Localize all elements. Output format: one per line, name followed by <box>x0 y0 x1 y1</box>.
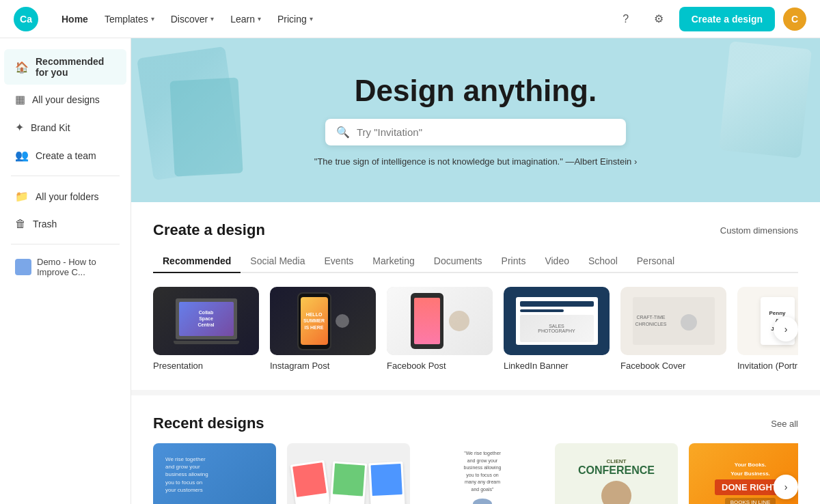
conf-conference: CONFERENCE <box>578 464 655 477</box>
polaroid-2 <box>330 461 367 504</box>
tab-social-media[interactable]: Social Media <box>241 250 314 273</box>
custom-dimensions-link[interactable]: Custom dimensions <box>720 225 798 236</box>
grid-icon: ▦ <box>15 93 25 106</box>
recent-thumb-4: CLIENT CONFERENCE <box>555 443 678 504</box>
card-label: Instagram Post <box>270 361 376 371</box>
screen-text: CollabSpaceCentral <box>197 309 214 328</box>
polaroid-img <box>292 462 327 497</box>
settings-button[interactable]: ⚙ <box>646 7 671 31</box>
sidebar-item-brand-kit[interactable]: ✦ Brand Kit <box>4 114 126 141</box>
tab-marketing[interactable]: Marketing <box>363 250 424 273</box>
canva-logo[interactable]: Ca <box>14 7 38 31</box>
facebook-post-thumb <box>387 287 493 355</box>
nav-learn[interactable]: Learn ▾ <box>223 10 268 29</box>
tab-prints[interactable]: Prints <box>492 250 536 273</box>
tab-events[interactable]: Events <box>315 250 364 273</box>
create-design-button[interactable]: Create a design <box>679 7 775 31</box>
linkedin-bar2 <box>520 309 564 312</box>
hero-deco-right <box>719 41 812 158</box>
recent-card-1[interactable]: We rise togetherand grow yourbusiness al… <box>153 443 276 504</box>
cards-scroll-right[interactable]: › <box>774 317 798 341</box>
design-cards-row: CollabSpaceCentral Presentation <box>153 287 798 371</box>
trash-icon: 🗑 <box>15 218 26 230</box>
hero-banner: Design anything. 🔍 "The true sign of int… <box>131 38 820 202</box>
sidebar-item-recommended[interactable]: 🏠 Recommended for you <box>4 49 126 85</box>
phone-text: HELLOSUMMERIS HERE <box>303 311 325 330</box>
fbcover-text: CRAFT-TIMECHRONICLES <box>636 314 667 328</box>
main-content: Design anything. 🔍 "The true sign of int… <box>131 38 820 504</box>
design-card-presentation[interactable]: CollabSpaceCentral Presentation <box>153 287 259 371</box>
fb-screen <box>414 298 440 344</box>
templates-chevron-icon: ▾ <box>151 15 154 23</box>
sidebar-recent-item[interactable]: Demo - How to Improve C... <box>4 251 126 283</box>
polaroid-3 <box>368 461 405 504</box>
nav-pricing[interactable]: Pricing ▾ <box>271 10 320 29</box>
recent-card-3[interactable]: "We rise togetherand grow yourbusiness a… <box>421 443 544 504</box>
design-card-facebook-cover[interactable]: CRAFT-TIMECHRONICLES Facebook Cover <box>620 287 726 371</box>
linkedin-thumb: SALESPHOTOGRAPHY <box>504 287 610 355</box>
sidebar-item-create-team[interactable]: 👥 Create a team <box>4 142 126 169</box>
recent-thumb-1: We rise togetherand grow yourbusiness al… <box>153 443 276 504</box>
avatar[interactable]: C <box>783 8 806 31</box>
main-layout: 🏠 Recommended for you ▦ All your designs… <box>0 38 820 504</box>
sidebar-item-label: Create a team <box>36 150 96 161</box>
nav-discover[interactable]: Discover ▾ <box>164 10 221 29</box>
sidebar: 🏠 Recommended for you ▦ All your designs… <box>0 38 131 504</box>
design-card-instagram[interactable]: HELLOSUMMERIS HERE Instagram Post <box>270 287 376 371</box>
phone-icon: HELLOSUMMERIS HERE <box>297 292 331 350</box>
polaroid-card <box>330 461 367 504</box>
hero-deco-left2 <box>169 77 243 176</box>
facebook-cover-thumb: CRAFT-TIMECHRONICLES <box>620 287 726 355</box>
polaroid-img <box>370 463 402 495</box>
polaroid-card <box>290 460 331 504</box>
flower-icon <box>449 311 469 331</box>
tab-documents[interactable]: Documents <box>424 250 492 273</box>
linkedin-placeholder: SALESPHOTOGRAPHY <box>538 324 575 333</box>
design-card-linkedin[interactable]: SALESPHOTOGRAPHY LinkedIn Banner <box>504 287 610 371</box>
folder-icon: 📁 <box>15 190 29 203</box>
hero-quote[interactable]: "The true sign of intelligence is not kn… <box>314 156 637 167</box>
tab-school[interactable]: School <box>579 250 627 273</box>
create-section-title: Create a design <box>153 221 265 239</box>
sidebar-item-all-designs[interactable]: ▦ All your designs <box>4 86 126 113</box>
see-all-link[interactable]: See all <box>771 419 798 429</box>
sidebar-item-label: Brand Kit <box>31 122 70 133</box>
design-card-facebook-post[interactable]: Facebook Post <box>387 287 493 371</box>
discover-chevron-icon: ▾ <box>210 15 214 23</box>
recent-thumb <box>15 259 31 275</box>
nav-templates[interactable]: Templates ▾ <box>98 10 161 29</box>
recent-cards-row: We rise togetherand grow yourbusiness al… <box>153 443 798 504</box>
linkedin-bar <box>520 301 594 307</box>
recent-card-4[interactable]: CLIENT CONFERENCE <box>555 443 678 504</box>
tab-video[interactable]: Video <box>535 250 579 273</box>
screen-content: CollabSpaceCentral <box>179 302 234 336</box>
linkedin-inner: SALESPHOTOGRAPHY <box>516 297 598 345</box>
recent-card-2[interactable] <box>287 443 410 504</box>
rt3-face <box>473 499 492 504</box>
card-label: Facebook Cover <box>620 361 726 371</box>
fb-phone <box>411 293 443 349</box>
nav-right: ? ⚙ Create a design C <box>614 7 806 31</box>
hero-search-input[interactable] <box>357 126 615 138</box>
learn-chevron-icon: ▾ <box>258 15 261 23</box>
recent-scroll-right[interactable]: › <box>774 475 798 499</box>
recent-section-header: Recent designs See all <box>153 415 798 432</box>
sidebar-item-label: All your designs <box>32 94 100 105</box>
sidebar-item-all-folders[interactable]: 📁 All your folders <box>4 183 126 210</box>
recent-thumb-3: "We rise togetherand grow yourbusiness a… <box>421 443 544 504</box>
tab-personal[interactable]: Personal <box>627 250 684 273</box>
recent-designs-section: Recent designs See all We rise togethera… <box>131 395 820 504</box>
fb-mock <box>387 287 493 355</box>
recent-section-title: Recent designs <box>153 415 264 432</box>
tab-recommended[interactable]: Recommended <box>153 250 241 273</box>
hero-title: Design anything. <box>355 74 597 108</box>
sidebar-item-label: Recommended for you <box>36 56 115 78</box>
fb-content <box>414 298 440 344</box>
instagram-thumb: HELLOSUMMERIS HERE <box>270 287 376 355</box>
sidebar-item-trash[interactable]: 🗑 Trash <box>4 211 126 237</box>
help-button[interactable]: ? <box>614 7 638 31</box>
rt3-quote: "We rise togetherand grow yourbusiness a… <box>464 450 502 493</box>
polaroid-img <box>333 463 365 496</box>
nav-home[interactable]: Home <box>55 10 95 29</box>
create-design-section: Create a design Custom dimensions Recomm… <box>131 202 820 390</box>
